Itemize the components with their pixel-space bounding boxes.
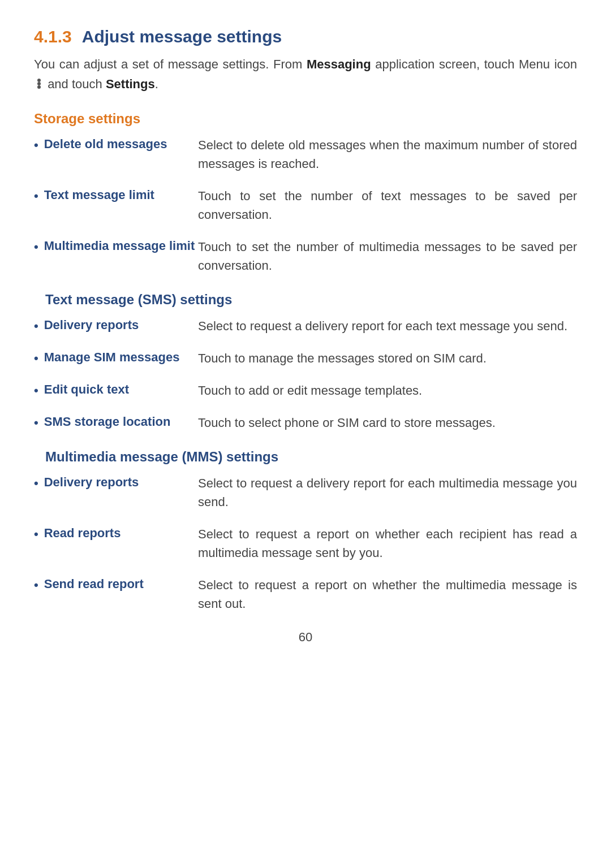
bullet-5: • (34, 351, 38, 366)
storage-desc-text-limit: Touch to set the number of text messages… (198, 187, 577, 224)
sms-term-storage-location-label: SMS storage location (44, 414, 171, 429)
storage-item-mms-limit: • Multimedia message limit Touch to set … (34, 237, 577, 275)
mms-item-delivery: • Delivery reports Select to request a d… (34, 474, 577, 511)
bullet-2: • (34, 189, 38, 204)
bullet-1: • (34, 138, 38, 153)
sms-settings-table: • Delivery reports Select to request a d… (34, 317, 577, 432)
sms-item-storage-location: • SMS storage location Touch to select p… (34, 413, 577, 432)
mms-settings-table: • Delivery reports Select to request a d… (34, 474, 577, 613)
sms-term-storage-location: • SMS storage location (34, 413, 198, 430)
storage-term-text-limit-label: Text message limit (44, 188, 154, 202)
sms-settings-label: Text message (SMS) settings (34, 292, 577, 308)
mms-desc-read-reports: Select to request a report on whether ea… (198, 525, 577, 562)
intro-text-3: and touch (48, 77, 102, 91)
storage-item-text-limit: • Text message limit Touch to set the nu… (34, 187, 577, 224)
bullet-10: • (34, 578, 38, 593)
storage-term-delete-old-label: Delete old messages (44, 137, 167, 152)
intro-text-2: application screen, touch Menu icon (375, 57, 577, 71)
mms-term-read-reports: • Read reports (34, 525, 198, 542)
sms-settings-section: Text message (SMS) settings • Delivery r… (34, 292, 577, 432)
sms-desc-storage-location: Touch to select phone or SIM card to sto… (198, 413, 577, 432)
storage-settings-label: Storage settings (34, 111, 577, 127)
storage-settings-table: • Delete old messages Select to delete o… (34, 136, 577, 275)
mms-term-delivery-label: Delivery reports (44, 475, 139, 490)
bullet-8: • (34, 476, 38, 491)
mms-term-send-read-report-label: Send read report (44, 577, 144, 591)
sms-term-delivery-label: Delivery reports (44, 318, 139, 332)
sms-term-delivery: • Delivery reports (34, 317, 198, 334)
sms-item-quick-text: • Edit quick text Touch to add or edit m… (34, 381, 577, 400)
chapter-number: 4.1.3 (34, 27, 72, 46)
sms-term-manage-sim-label: Manage SIM messages (44, 350, 180, 365)
storage-term-delete-old: • Delete old messages (34, 136, 198, 153)
bullet-9: • (34, 527, 38, 542)
intro-text-1: You can adjust a set of message settings… (34, 57, 302, 71)
sms-desc-manage-sim: Touch to manage the messages stored on S… (198, 349, 577, 368)
intro-bold-2: Settings (106, 77, 155, 91)
storage-term-text-limit: • Text message limit (34, 187, 198, 204)
storage-settings-section: Storage settings • Delete old messages S… (34, 111, 577, 275)
sms-desc-delivery: Select to request a delivery report for … (198, 317, 577, 335)
storage-term-mms-limit: • Multimedia message limit (34, 237, 198, 254)
bullet-7: • (34, 416, 38, 430)
page-number: 60 (34, 630, 577, 645)
mms-item-send-read-report: • Send read report Select to request a r… (34, 576, 577, 613)
storage-term-mms-limit-label: Multimedia message limit (44, 239, 195, 253)
bullet-3: • (34, 240, 38, 254)
chapter-heading: 4.1.3 Adjust message settings (34, 27, 577, 46)
intro-bold-1: Messaging (307, 57, 371, 71)
bullet-6: • (34, 383, 38, 398)
sms-item-delivery: • Delivery reports Select to request a d… (34, 317, 577, 335)
mms-term-send-read-report: • Send read report (34, 576, 198, 593)
storage-desc-mms-limit: Touch to set the number of multimedia me… (198, 237, 577, 275)
mms-item-read-reports: • Read reports Select to request a repor… (34, 525, 577, 562)
mms-desc-delivery: Select to request a delivery report for … (198, 474, 577, 511)
storage-item-delete-old: • Delete old messages Select to delete o… (34, 136, 577, 173)
intro-text-4: . (155, 77, 158, 91)
menu-icon (36, 79, 42, 89)
mms-term-read-reports-label: Read reports (44, 526, 121, 541)
intro-paragraph: You can adjust a set of message settings… (34, 54, 577, 94)
sms-term-quick-text: • Edit quick text (34, 381, 198, 398)
mms-term-delivery: • Delivery reports (34, 474, 198, 491)
mms-settings-section: Multimedia message (MMS) settings • Deli… (34, 449, 577, 613)
sms-desc-quick-text: Touch to add or edit message templates. (198, 381, 577, 400)
storage-desc-delete-old: Select to delete old messages when the m… (198, 136, 577, 173)
bullet-4: • (34, 319, 38, 334)
sms-item-manage-sim: • Manage SIM messages Touch to manage th… (34, 349, 577, 368)
mms-desc-send-read-report: Select to request a report on whether th… (198, 576, 577, 613)
chapter-title: Adjust message settings (82, 27, 282, 46)
sms-term-quick-text-label: Edit quick text (44, 382, 129, 397)
mms-settings-label: Multimedia message (MMS) settings (34, 449, 577, 465)
sms-term-manage-sim: • Manage SIM messages (34, 349, 198, 366)
